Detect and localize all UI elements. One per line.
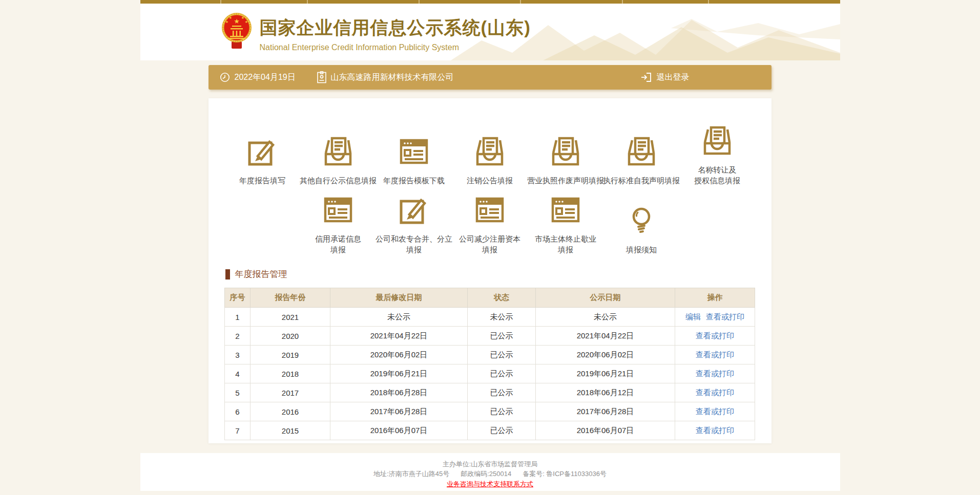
inbox-doc-icon xyxy=(624,135,658,168)
footer-address: 地址:济南市燕子山路45号 xyxy=(373,470,449,478)
shortcut-label: 年度报告模板下载 xyxy=(383,175,445,186)
table-header-row: 序号 报告年份 最后修改日期 状态 公示日期 操作 xyxy=(225,288,755,308)
browser-icon xyxy=(473,193,507,227)
shortcut-label: 填报须知 xyxy=(626,244,657,255)
shortcut-row-1: 年度报告填写 其他自行公示信息填报 年度报告模板下载 注销公告填报 营业执照作废… xyxy=(208,98,772,186)
shortcut-name-transfer-authorization[interactable]: 名称转让及 授权信息填报 xyxy=(679,124,755,186)
shortcut-filling-instructions[interactable]: 填报须知 xyxy=(603,204,679,255)
user-toolbar: 2022年04月19日 山东高速路用新材料技术有限公司 退出登录 xyxy=(208,65,772,90)
edit-link[interactable]: 编辑 xyxy=(685,312,701,321)
svg-text:★: ★ xyxy=(241,16,244,19)
clock-icon xyxy=(220,72,230,82)
shortcut-label: 填报 xyxy=(376,244,452,255)
shortcut-label: 公司和农专合并、分立 xyxy=(376,233,452,244)
view-print-link[interactable]: 查看或打印 xyxy=(696,426,734,435)
footer-organizer: 主办单位:山东省市场监督管理局 xyxy=(140,459,840,469)
inbox-doc-icon xyxy=(321,135,355,168)
support-contact-link[interactable]: 业务咨询与技术支持联系方式 xyxy=(447,480,533,489)
footer-icp: 备案号: 鲁ICP备11033036号 xyxy=(523,470,607,478)
inbox-doc-icon xyxy=(549,135,582,168)
shortcut-standard-self-declaration[interactable]: 执行标准自我声明填报 xyxy=(603,135,679,186)
table-row: 5 2017 2018年06月28日 已公示 2018年06月12日 查看或打印 xyxy=(225,383,755,402)
shortcut-label: 市场主体终止歇业 xyxy=(535,233,596,244)
shortcut-label: 公司减少注册资本 xyxy=(459,233,520,244)
col-header-no: 序号 xyxy=(225,288,251,308)
table-row: 2 2020 2021年04月22日 已公示 2021年04月22日 查看或打印 xyxy=(225,327,755,346)
section-header: 年度报告管理 xyxy=(225,268,772,280)
col-header-actions: 操作 xyxy=(675,288,755,308)
view-print-link[interactable]: 查看或打印 xyxy=(696,331,734,340)
shortcut-label: 执行标准自我声明填报 xyxy=(603,175,680,186)
svg-text:★: ★ xyxy=(244,20,247,24)
site-header: ★ ★ ★ ★ ★ 国家企业信用信息公示系统(山东) National Ente… xyxy=(140,4,840,60)
footer-contact-line: 地址:济南市燕子山路45号邮政编码:250014备案号: 鲁ICP备110330… xyxy=(140,469,840,479)
shortcut-label: 信用承诺信息 xyxy=(315,233,361,244)
national-emblem-logo: ★ ★ ★ ★ ★ xyxy=(221,12,252,51)
shortcut-label: 其他自行公示信息填报 xyxy=(300,175,377,186)
inbox-doc-icon xyxy=(473,135,507,168)
view-print-link[interactable]: 查看或打印 xyxy=(696,388,734,397)
shortcut-label: 注销公告填报 xyxy=(467,175,513,186)
svg-text:★: ★ xyxy=(234,17,240,25)
current-date-label: 2022年04月19日 xyxy=(235,72,296,83)
top-nav-bar xyxy=(140,0,840,4)
section-marker xyxy=(225,269,230,279)
view-print-link[interactable]: 查看或打印 xyxy=(696,369,734,378)
browser-icon xyxy=(549,193,582,227)
inbox-doc-icon xyxy=(700,124,734,158)
shortcut-label: 营业执照作废声明填报 xyxy=(527,175,604,186)
site-title: 国家企业信用信息公示系统(山东) xyxy=(260,16,531,40)
logout-label: 退出登录 xyxy=(657,72,690,83)
shortcut-label: 填报 xyxy=(535,244,596,255)
svg-text:★: ★ xyxy=(225,20,228,24)
col-header-status: 状态 xyxy=(468,288,536,308)
pencil-square-icon xyxy=(397,193,431,227)
table-row: 3 2019 2020年06月02日 已公示 2020年06月02日 查看或打印 xyxy=(225,346,755,364)
logged-in-company: 山东高速路用新材料技术有限公司 xyxy=(317,65,454,90)
shortcut-deregistration-notice[interactable]: 注销公告填报 xyxy=(452,135,528,186)
badge-icon xyxy=(317,71,326,83)
shortcut-label: 填报 xyxy=(315,244,361,255)
shortcut-capital-reduction[interactable]: 公司减少注册资本 填报 xyxy=(452,193,528,255)
view-print-link[interactable]: 查看或打印 xyxy=(696,350,734,359)
pencil-square-icon xyxy=(245,135,279,168)
annual-report-table: 序号 报告年份 最后修改日期 状态 公示日期 操作 1 2021 未公示 未公示… xyxy=(224,288,755,440)
shortcut-label: 填报 xyxy=(459,244,520,255)
table-row: 4 2018 2019年06月21日 已公示 2019年06月21日 查看或打印 xyxy=(225,364,755,383)
browser-icon xyxy=(321,193,355,227)
page-footer: 主办单位:山东省市场监督管理局 地址:济南市燕子山路45号邮政编码:250014… xyxy=(140,453,840,491)
shortcut-other-self-publicity[interactable]: 其他自行公示信息填报 xyxy=(300,135,376,186)
view-print-link[interactable]: 查看或打印 xyxy=(696,407,734,416)
col-header-year: 报告年份 xyxy=(251,288,330,308)
site-subtitle: National Enterprise Credit Information P… xyxy=(260,43,531,52)
table-row: 1 2021 未公示 未公示 未公示 编辑查看或打印 xyxy=(225,308,755,327)
page: ★ ★ ★ ★ ★ 国家企业信用信息公示系统(山东) National Ente… xyxy=(140,0,840,491)
shortcut-business-suspension[interactable]: 市场主体终止歇业 填报 xyxy=(528,193,603,255)
shortcut-label: 名称转让及 xyxy=(694,164,740,175)
view-print-link[interactable]: 查看或打印 xyxy=(706,312,744,321)
shortcut-license-void-declaration[interactable]: 营业执照作废声明填报 xyxy=(528,135,603,186)
shortcut-label: 年度报告填写 xyxy=(239,175,285,186)
shortcut-label: 授权信息填报 xyxy=(694,175,740,186)
logout-button[interactable]: 退出登录 xyxy=(640,65,690,90)
col-header-published: 公示日期 xyxy=(536,288,675,308)
shortcut-row-2: 信用承诺信息 填报 公司和农专合并、分立 填报 公司减少注册资本 填报 xyxy=(208,193,772,255)
browser-icon xyxy=(397,135,431,168)
company-name-label: 山东高速路用新材料技术有限公司 xyxy=(331,72,454,83)
lightbulb-icon xyxy=(624,204,658,238)
svg-text:★: ★ xyxy=(228,16,232,19)
current-date: 2022年04月19日 xyxy=(220,65,296,90)
col-header-modified: 最后修改日期 xyxy=(330,288,468,308)
shortcut-merger-division[interactable]: 公司和农专合并、分立 填报 xyxy=(376,193,452,255)
shortcut-credit-commitment[interactable]: 信用承诺信息 填报 xyxy=(300,193,376,255)
table-row: 6 2016 2017年06月28日 已公示 2017年06月28日 查看或打印 xyxy=(225,402,755,421)
shortcut-annual-report-fill[interactable]: 年度报告填写 xyxy=(224,135,300,186)
shortcut-template-download[interactable]: 年度报告模板下载 xyxy=(376,135,452,186)
logout-icon xyxy=(640,71,652,83)
section-title: 年度报告管理 xyxy=(235,268,287,280)
main-content-card: 年度报告填写 其他自行公示信息填报 年度报告模板下载 注销公告填报 营业执照作废… xyxy=(208,98,772,443)
table-row: 7 2015 2016年06月07日 已公示 2016年06月07日 查看或打印 xyxy=(225,421,755,440)
footer-postcode: 邮政编码:250014 xyxy=(461,470,511,478)
